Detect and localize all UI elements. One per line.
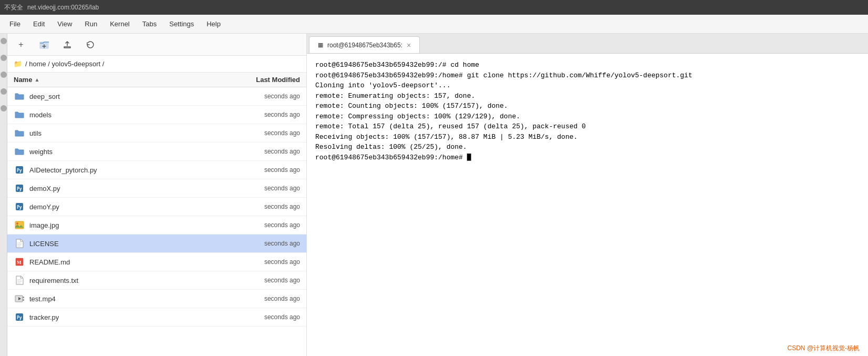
file-name: image.jpg [29, 221, 216, 229]
file-row[interactable]: Py AIDetector_pytorch.py seconds ago [7, 161, 306, 179]
file-row[interactable]: weights seconds ago [7, 143, 306, 161]
file-modified: seconds ago [216, 166, 300, 174]
menu-kernel[interactable]: Kernel [105, 18, 135, 30]
folder-icon [14, 109, 25, 120]
terminal-tabs: ▦ root@61948675eb343b65: × [307, 34, 868, 54]
menu-tabs[interactable]: Tabs [137, 18, 162, 30]
browser-bar: 不安全 net.videojj.com:00265/lab [0, 0, 868, 15]
sidebar-icon-5 [1, 105, 7, 111]
svg-rect-20 [23, 299, 24, 301]
svg-point-8 [16, 222, 18, 225]
file-name: demoY.py [29, 203, 216, 211]
menu-bar: File Edit View Run Kernel Tabs Settings … [0, 15, 868, 34]
file-modified: seconds ago [216, 240, 300, 247]
browser-url: net.videojj.com:00265/lab [27, 4, 99, 11]
svg-text:Py: Py [17, 316, 22, 320]
file-row[interactable]: deep_sort seconds ago [7, 87, 306, 106]
terminal-content[interactable]: root@61948675eb343b659432eb99:/# cd home… [307, 54, 868, 356]
file-modified: seconds ago [216, 277, 300, 284]
watermark: CSDN @计算机视觉-杨帆 [787, 344, 860, 353]
image-icon [14, 219, 25, 231]
file-list-header: Name ▲ Last Modified [7, 73, 306, 87]
sidebar-icon-1 [1, 38, 7, 44]
menu-help[interactable]: Help [201, 18, 226, 30]
file-name: demoX.py [29, 185, 216, 192]
folder-icon [14, 146, 25, 157]
file-name: test.mp4 [29, 295, 216, 303]
file-row[interactable]: requirements.txt seconds ago [7, 271, 306, 290]
new-launcher-button[interactable]: + [14, 37, 28, 52]
menu-edit[interactable]: Edit [28, 18, 50, 30]
video-icon [14, 293, 25, 304]
folder-icon: 📁 [14, 60, 22, 68]
svg-text:Py: Py [17, 205, 22, 210]
markdown-icon: M [14, 256, 25, 268]
terminal-icon: ▦ [318, 42, 323, 48]
file-row[interactable]: LICENSE seconds ago [7, 235, 306, 253]
sidebar-icon-3 [1, 72, 7, 78]
file-name: models [29, 111, 216, 119]
file-modified: seconds ago [216, 93, 300, 100]
file-name: weights [29, 148, 216, 156]
menu-file[interactable]: File [4, 18, 26, 30]
upload-button[interactable] [60, 37, 75, 52]
file-name: LICENSE [29, 240, 216, 248]
python-icon: Py [14, 201, 25, 212]
left-sidebar [0, 34, 7, 356]
file-modified: seconds ago [216, 203, 300, 210]
col-name-header[interactable]: Name ▲ [14, 76, 216, 84]
terminal-cursor: █ [467, 154, 471, 161]
menu-view[interactable]: View [52, 18, 77, 30]
file-name: requirements.txt [29, 277, 216, 284]
python-icon: Py [14, 164, 25, 176]
breadcrumb-path: / home / yolov5-deepsort / [25, 60, 104, 68]
file-modified: seconds ago [216, 295, 300, 302]
file-modified: seconds ago [216, 148, 300, 155]
file-name: README.md [29, 258, 216, 266]
file-name: utils [29, 129, 216, 137]
file-modified: seconds ago [216, 313, 300, 321]
text-icon [14, 238, 25, 249]
terminal-panel: ▦ root@61948675eb343b65: × root@61948675… [307, 34, 868, 356]
file-row[interactable]: image.jpg seconds ago [7, 216, 306, 235]
file-row[interactable]: Py tracker.py seconds ago [7, 308, 306, 327]
file-row[interactable]: utils seconds ago [7, 124, 306, 143]
col-modified-header[interactable]: Last Modified [216, 76, 300, 84]
file-panel: + 📁 / hom [7, 34, 307, 356]
menu-run[interactable]: Run [79, 18, 102, 30]
file-row[interactable]: Py demoY.py seconds ago [7, 198, 306, 216]
sidebar-icon-4 [1, 88, 7, 95]
sort-arrow-icon: ▲ [34, 77, 39, 83]
menu-settings[interactable]: Settings [164, 18, 199, 30]
terminal-tab-close[interactable]: × [407, 41, 411, 49]
text-icon [14, 274, 25, 286]
file-name: deep_sort [29, 93, 216, 100]
file-name: AIDetector_pytorch.py [29, 166, 216, 174]
file-row[interactable]: models seconds ago [7, 106, 306, 124]
refresh-button[interactable] [83, 37, 98, 52]
python-icon: Py [14, 311, 25, 323]
file-modified: seconds ago [216, 185, 300, 192]
file-row[interactable]: Py demoX.py seconds ago [7, 179, 306, 198]
file-modified: seconds ago [216, 111, 300, 118]
svg-rect-19 [23, 297, 24, 298]
file-row[interactable]: M README.md seconds ago [7, 253, 306, 271]
terminal-tab-label: root@61948675eb343b65: [327, 42, 402, 49]
main-layout: + 📁 / hom [0, 34, 868, 356]
svg-text:Py: Py [17, 187, 22, 191]
svg-text:M: M [17, 260, 22, 265]
file-name: tracker.py [29, 313, 216, 321]
new-folder-button[interactable] [37, 37, 51, 52]
file-modified: seconds ago [216, 129, 300, 137]
folder-icon [14, 90, 25, 102]
terminal-tab-1[interactable]: ▦ root@61948675eb343b65: × [309, 36, 420, 53]
file-modified: seconds ago [216, 258, 300, 266]
file-list: deep_sort seconds ago models seconds ago… [7, 87, 306, 356]
svg-text:Py: Py [17, 168, 22, 173]
python-icon: Py [14, 182, 25, 194]
browser-security-label: 不安全 [4, 3, 23, 12]
file-row[interactable]: test.mp4 seconds ago [7, 290, 306, 308]
file-toolbar: + [7, 34, 306, 56]
breadcrumb: 📁 / home / yolov5-deepsort / [7, 56, 306, 73]
file-modified: seconds ago [216, 221, 300, 229]
